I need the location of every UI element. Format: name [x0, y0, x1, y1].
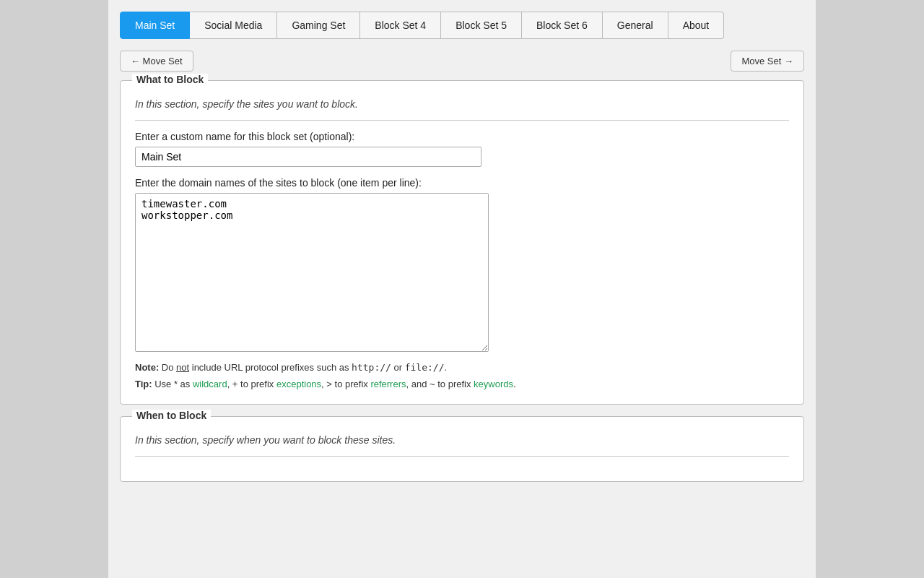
referrers-link[interactable]: referrers [370, 379, 406, 389]
tab-general[interactable]: General [603, 12, 668, 39]
section-divider [135, 120, 789, 121]
what-to-block-legend: What to Block [132, 74, 208, 85]
name-field-label: Enter a custom name for this block set (… [135, 131, 789, 142]
note-bold: Note: [135, 362, 159, 373]
block-set-name-input[interactable] [135, 147, 481, 167]
wildcard-link[interactable]: wildcard [193, 379, 227, 389]
tab-block-set-4[interactable]: Block Set 4 [360, 12, 441, 39]
when-section-divider [135, 456, 789, 457]
when-to-block-section: When to Block In this section, specify w… [120, 416, 804, 482]
tab-block-set-5[interactable]: Block Set 5 [441, 12, 522, 39]
exceptions-link[interactable]: exceptions [276, 379, 321, 389]
tab-block-set-6[interactable]: Block Set 6 [522, 12, 603, 39]
moveset-bar: ← Move Set Move Set → [120, 51, 804, 72]
domains-textarea[interactable] [135, 193, 489, 352]
tab-gaming-set[interactable]: Gaming Set [277, 12, 360, 39]
note-underline: not [176, 362, 189, 373]
what-to-block-intro: In this section, specify the sites you w… [135, 98, 789, 110]
tab-main-set[interactable]: Main Set [120, 12, 190, 39]
when-to-block-intro: In this section, specify when you want t… [135, 434, 789, 446]
when-to-block-legend: When to Block [132, 410, 211, 421]
note-line: Note: Do not include URL protocol prefix… [135, 362, 789, 373]
note-code1: http:// [352, 362, 391, 373]
what-to-block-section: What to Block In this section, specify t… [120, 80, 804, 405]
tab-social-media[interactable]: Social Media [190, 12, 277, 39]
domains-field-label: Enter the domain names of the sites to b… [135, 177, 789, 189]
tip-line: Tip: Use * as wildcard, + to prefix exce… [135, 379, 789, 389]
tip-bold: Tip: [135, 379, 152, 389]
tab-bar: Main SetSocial MediaGaming SetBlock Set … [120, 12, 804, 39]
note-code2: file:// [405, 362, 445, 373]
move-set-left-button[interactable]: ← Move Set [120, 51, 193, 72]
tab-about[interactable]: About [668, 12, 725, 39]
keywords-link[interactable]: keywords [474, 379, 513, 389]
move-set-right-button[interactable]: Move Set → [731, 51, 804, 72]
